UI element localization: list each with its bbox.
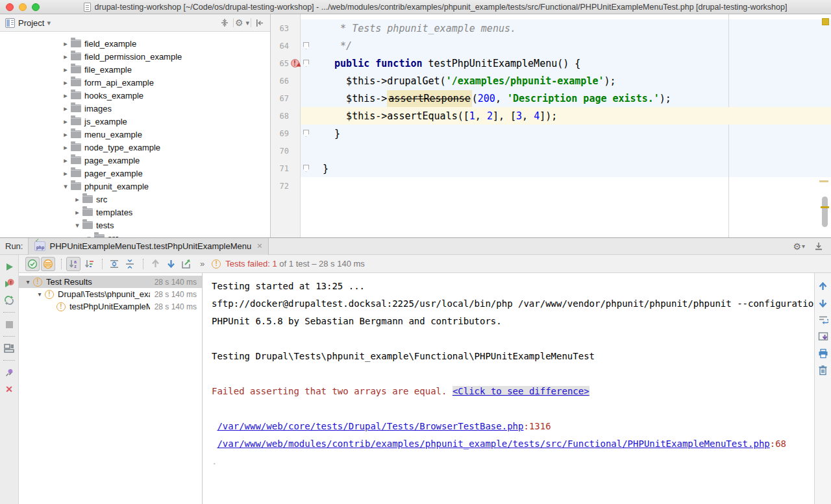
code-line[interactable]: 66 $this->drupalGet('/examples/phpunit-e… [271,72,831,90]
test-result-row[interactable]: !testPhpUnitExampleMenu28 s 140 ms [19,300,202,313]
chevron-right-icon[interactable]: ▸ [60,66,71,74]
more-actions-chevron-icon[interactable]: » [200,259,205,269]
zoom-window-button[interactable] [32,3,40,11]
gutter-icon-slot [289,142,301,160]
project-tree-item[interactable]: ▾tests [0,219,270,232]
scroll-from-source-icon[interactable] [218,17,231,29]
run-configuration-tab[interactable]: php PHPUnitExampleMenuTest.testPhpUnitEx… [28,238,269,255]
chevron-right-icon[interactable]: ▸ [60,40,71,48]
project-tree-item[interactable]: ▾phpunit_example [0,180,270,193]
project-tree-item[interactable]: ▸pager_example [0,167,270,180]
clear-all-button[interactable] [817,364,830,377]
rerun-button[interactable] [2,259,16,274]
chevron-right-icon[interactable]: ▸ [60,91,71,100]
code-line[interactable]: 71} [271,160,831,177]
next-failed-test-button[interactable] [164,257,178,271]
project-tree-item[interactable]: ▸src [0,193,270,206]
project-tree-item[interactable]: ▸node_type_example [0,141,270,154]
code-line[interactable]: 72 [271,177,831,195]
minimize-window-button[interactable] [19,3,27,11]
close-window-button[interactable] [6,3,14,11]
chevron-right-icon[interactable]: ▸ [60,156,71,165]
sort-by-duration-button[interactable] [82,257,96,271]
project-tree-item[interactable]: ▸form_api_example [0,76,270,89]
project-tree-item[interactable]: ▸js_example [0,115,270,128]
show-ignored-toggle[interactable] [41,257,55,271]
chevron-right-icon[interactable]: ▸ [72,195,82,204]
chevron-down-icon[interactable]: ▾ [72,221,82,230]
see-difference-link[interactable]: <Click to see difference> [453,386,589,396]
project-view-caret-icon[interactable]: ▾ [47,19,51,27]
close-run-panel-icon[interactable]: ✕ [2,382,16,396]
hide-run-panel-icon[interactable] [814,242,823,251]
chevron-right-icon[interactable]: ▸ [60,78,71,87]
code-line[interactable]: 70 [271,142,831,160]
run-settings-gear-icon[interactable]: ⚙▾ [793,241,805,252]
fold-marker-icon[interactable] [303,42,309,49]
folder-icon [71,130,81,138]
code-line[interactable]: 65! public function testPhpUnitExampleMe… [271,54,831,72]
project-tree-item[interactable]: ▸page_example [0,154,270,167]
project-panel-title[interactable]: Project [18,18,44,28]
console-text [212,421,217,431]
chevron-right-icon[interactable]: ▸ [60,104,71,113]
project-settings-gear-icon[interactable]: ⚙▾ [236,17,249,29]
chevron-down-icon[interactable]: ▾ [23,278,33,285]
restore-layout-icon[interactable] [2,341,16,355]
expand-all-button[interactable] [107,257,121,271]
fold-marker-icon[interactable] [303,60,309,67]
test-failed-gutter-icon[interactable]: ! [291,59,299,67]
code-editor[interactable]: 63 * Tests phpunit_example menus.64 */65… [271,14,831,237]
sort-alphabetically-toggle[interactable]: az [66,257,81,271]
show-passed-toggle[interactable] [25,257,40,271]
print-button[interactable] [817,347,830,360]
chevron-down-icon[interactable]: ▾ [34,291,45,298]
code-line[interactable]: 67 $this->assertResponse(200, 'Descripti… [271,90,831,107]
chevron-down-icon[interactable]: ▾ [60,182,71,191]
code-line[interactable]: 64 */ [271,37,831,54]
project-tree-item[interactable]: ▾src [0,232,270,237]
project-tree-item[interactable]: ▸images [0,102,270,115]
project-tree-item[interactable]: ▸file_example [0,63,270,76]
folder-icon [71,78,81,86]
project-tree-item[interactable]: ▸hooks_example [0,89,270,102]
chevron-right-icon[interactable]: ▸ [60,53,71,61]
error-stripe-warning-marker[interactable] [819,180,828,182]
chevron-right-icon[interactable]: ▸ [60,130,71,139]
fold-marker-icon[interactable] [303,165,309,172]
code-line[interactable]: 68 $this->assertEquals([1, 2], [3, 4]); [271,107,831,125]
import-test-results-button[interactable] [179,257,193,271]
test-result-row[interactable]: ▾!Test Results28 s 140 ms [19,276,202,288]
project-tree-item-label: field_permission_example [84,52,182,62]
up-the-stack-trace-button[interactable] [817,280,830,293]
console-text: Testing started at 13:25 ... [212,281,365,291]
stop-button[interactable] [2,317,16,331]
editor-scrollbar-thumb[interactable] [822,197,828,227]
project-tree-item[interactable]: ▸templates [0,206,270,219]
code-line[interactable]: 63 * Tests phpunit_example menus. [271,19,831,37]
collapse-all-button[interactable] [123,257,137,271]
code-line[interactable]: 69 } [271,125,831,142]
project-tree-item[interactable]: ▸field_permission_example [0,50,270,63]
project-tree-item[interactable]: ▸menu_example [0,128,270,141]
file-link[interactable]: /var/www/web/core/tests/Drupal/Tests/Bro… [217,421,523,431]
chevron-right-icon[interactable]: ▸ [60,143,71,152]
chevron-right-icon[interactable]: ▸ [60,169,71,178]
down-the-stack-trace-button[interactable] [817,296,830,309]
scroll-to-end-button[interactable] [817,330,830,343]
soft-wrap-toggle[interactable] [817,313,830,326]
file-link[interactable]: /var/www/web/modules/contrib/examples/ph… [217,438,769,449]
hide-panel-icon[interactable] [253,17,266,29]
chevron-right-icon[interactable]: ▸ [60,117,71,126]
pin-tab-icon[interactable] [2,365,16,379]
error-stripe-status-marker[interactable] [822,18,829,25]
previous-failed-test-button[interactable] [148,257,162,271]
toggle-auto-test-button[interactable] [2,293,16,307]
error-stripe-caret-marker[interactable] [821,206,829,208]
rerun-failed-tests-button[interactable]: ! [2,276,16,291]
chevron-right-icon[interactable]: ▸ [72,208,82,217]
run-tab-close-icon[interactable]: ✕ [256,242,262,250]
test-result-row[interactable]: ▾!Drupal\Tests\phpunit_example\Functiona… [19,288,202,300]
fold-marker-icon[interactable] [303,130,309,137]
project-tree-item[interactable]: ▸field_example [0,37,270,50]
